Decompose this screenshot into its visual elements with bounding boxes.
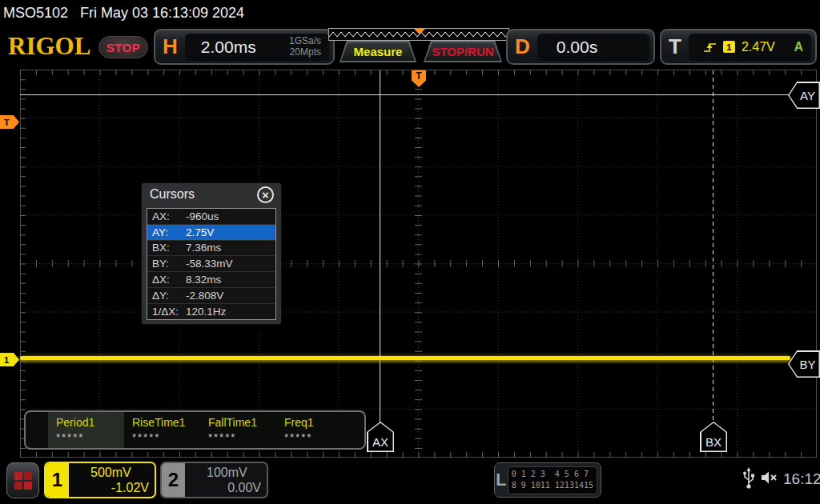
cursor-row-by[interactable]: BY:-58.33mV	[147, 256, 275, 272]
channel2-offset: 0.00V	[191, 481, 261, 495]
cursor-row-bx[interactable]: BX:7.36ms	[147, 241, 275, 257]
trigger-label: T	[661, 34, 689, 59]
cursor-ax-line[interactable]	[380, 70, 380, 422]
cursor-tag-bx[interactable]: BX	[700, 422, 727, 452]
cursor-tag-ay[interactable]: AY	[788, 82, 820, 109]
memory-depth: 20Mpts	[289, 47, 321, 58]
logic-channels-box[interactable]: L 0 1 2 3 4 5 6 78 9 1011 12131415	[494, 462, 601, 498]
sample-rate: 1GSa/s	[289, 36, 321, 47]
cursor-row-dx[interactable]: ΔX:8.32ms	[147, 272, 275, 288]
cursors-popup-title: Cursors	[150, 187, 195, 202]
datetime-text: Fri May 03 16:13:09 2024	[80, 5, 244, 22]
memory-waveform-strip[interactable]	[328, 28, 509, 41]
grid	[20, 70, 817, 458]
cursor-bx-line[interactable]	[713, 70, 713, 422]
delay-value: 0.00s	[557, 38, 597, 57]
channel1-ground-marker[interactable]: 1	[0, 353, 19, 366]
channel1-offset: -1.02V	[74, 481, 149, 495]
logic-channel-list: 0 1 2 3 4 5 6 78 9 1011 12131415	[508, 466, 597, 494]
channel1-status-box[interactable]: 1 500mV -1.02V	[44, 462, 156, 498]
measurement-freq1[interactable]: Freq1 *****	[276, 412, 352, 448]
model-name: MSO5102	[3, 5, 68, 22]
trigger-level-value: 2.47V	[742, 40, 775, 54]
channel2-scale: 100mV	[207, 466, 247, 480]
measurement-period1[interactable]: Period1 *****	[48, 412, 124, 448]
channel1-number: 1	[46, 463, 69, 497]
cursor-row-inv-dx[interactable]: 1/ΔX:120.1Hz	[147, 304, 275, 320]
cursor-row-ax[interactable]: AX:-960us	[147, 209, 275, 225]
horizontal-panel[interactable]: H 2.00ms 1GSa/s 20Mpts	[154, 29, 335, 65]
trigger-level-marker[interactable]: T	[0, 115, 19, 129]
channel1-trace	[20, 356, 790, 360]
horizontal-label: H	[155, 34, 185, 59]
status-bar: MSO5102 Fri May 03 16:13:09 2024	[0, 0, 820, 24]
measurement-falltime1[interactable]: FallTime1 *****	[200, 412, 276, 448]
main-menu-button[interactable]	[6, 462, 39, 498]
clock-text: 16:12	[783, 470, 820, 488]
timebase-value: 2.00ms	[201, 38, 256, 57]
trigger-sweep-mode: A	[794, 40, 803, 54]
speaker-muted-icon[interactable]	[760, 470, 779, 486]
cursors-list: AX:-960us AY:2.75V BX:7.36ms BY:-58.33mV…	[147, 208, 276, 320]
measure-button[interactable]: Measure	[340, 41, 416, 62]
oscilloscope-screen: MSO5102 Fri May 03 16:13:09 2024 RIGOL S…	[0, 0, 820, 504]
graticule	[20, 70, 817, 458]
usb-icon	[742, 467, 755, 490]
cursors-popup: Cursors × AX:-960us AY:2.75V BX:7.36ms B…	[141, 182, 282, 325]
rigol-logo: RIGOL	[8, 32, 90, 61]
trigger-source-badge: 1	[723, 41, 735, 53]
memory-trigger-marker-icon	[414, 29, 425, 34]
cursor-ay-line[interactable]	[20, 94, 791, 95]
logic-label: L	[495, 470, 508, 490]
cursor-tag-ax[interactable]: AX	[367, 422, 394, 452]
trigger-panel[interactable]: T 1 2.47V A	[660, 29, 817, 65]
channel2-number: 2	[162, 463, 185, 497]
cursor-row-ay[interactable]: AY:2.75V	[147, 225, 275, 241]
run-state-badge[interactable]: STOP	[98, 36, 148, 58]
cursor-row-dy[interactable]: ΔY:-2.808V	[147, 288, 275, 304]
acquisition-info: 1GSa/s 20Mpts	[289, 36, 321, 58]
cursor-tag-by[interactable]: BY	[788, 350, 820, 378]
rising-edge-trigger-icon	[703, 41, 717, 54]
channel1-scale: 500mV	[90, 466, 131, 480]
measurement-risetime1[interactable]: RiseTime1 *****	[124, 412, 200, 448]
delay-label: D	[508, 34, 537, 59]
stop-run-button[interactable]: STOP/RUN	[424, 41, 502, 62]
close-icon[interactable]: ×	[257, 186, 274, 203]
delay-panel[interactable]: D 0.00s	[506, 29, 655, 65]
channel2-status-box[interactable]: 2 100mV 0.00V	[160, 462, 268, 498]
measurements-panel: Period1 ***** RiseTime1 ***** FallTime1 …	[24, 410, 366, 450]
menu-grid-icon	[14, 472, 32, 490]
